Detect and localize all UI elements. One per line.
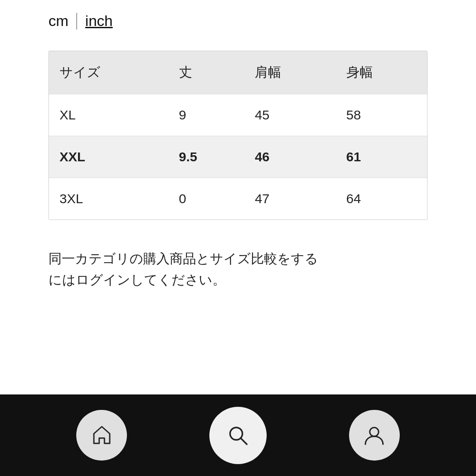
user-icon — [363, 424, 386, 447]
unit-toggle: cm inch — [0, 0, 476, 30]
size-table: サイズ 丈 肩幅 身幅 XL94558XXL9.546613XL04764 — [49, 51, 427, 219]
table-header-row: サイズ 丈 肩幅 身幅 — [49, 51, 427, 94]
cell-body: 64 — [336, 178, 427, 220]
col-body: 身幅 — [336, 51, 427, 94]
col-length: 丈 — [168, 51, 244, 94]
cell-length: 9.5 — [168, 136, 244, 178]
unit-cm[interactable]: cm — [48, 12, 68, 30]
cell-size: 3XL — [49, 178, 168, 220]
table-row: 3XL04764 — [49, 178, 427, 220]
svg-line-1 — [241, 438, 247, 444]
cell-shoulder: 45 — [244, 94, 335, 136]
unit-inch[interactable]: inch — [85, 12, 112, 30]
home-icon — [90, 424, 113, 447]
cell-size: XL — [49, 94, 168, 136]
cell-shoulder: 47 — [244, 178, 335, 220]
cell-size: XXL — [49, 136, 168, 178]
svg-point-2 — [370, 428, 379, 436]
login-message: 同一カテゴリの購入商品とサイズ比較をする にはログインしてください。 — [48, 248, 428, 290]
login-message-line2: にはログインしてください。 — [48, 269, 428, 290]
col-shoulder: 肩幅 — [244, 51, 335, 94]
cell-shoulder: 46 — [244, 136, 335, 178]
table-row: XL94558 — [49, 94, 427, 136]
cell-length: 9 — [168, 94, 244, 136]
bottom-nav — [0, 394, 476, 476]
unit-divider — [76, 13, 77, 30]
size-table-wrapper: サイズ 丈 肩幅 身幅 XL94558XXL9.546613XL04764 — [48, 51, 428, 220]
home-button[interactable] — [76, 410, 127, 461]
table-row: XXL9.54661 — [49, 136, 427, 178]
cell-length: 0 — [168, 178, 244, 220]
col-size: サイズ — [49, 51, 168, 94]
search-icon — [227, 424, 249, 447]
login-message-line1: 同一カテゴリの購入商品とサイズ比較をする — [48, 248, 428, 269]
cell-body: 61 — [336, 136, 427, 178]
cell-body: 58 — [336, 94, 427, 136]
user-button[interactable] — [349, 410, 400, 461]
search-button[interactable] — [209, 407, 267, 464]
